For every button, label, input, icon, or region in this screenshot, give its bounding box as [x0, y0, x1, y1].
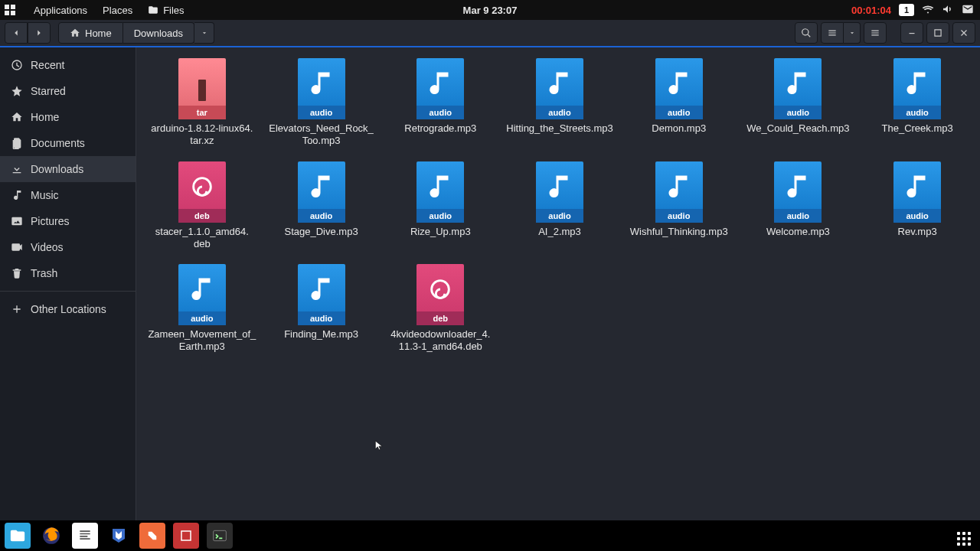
places-menu[interactable]: Places — [103, 5, 132, 16]
file-item[interactable]: audioRev.​mp3 — [858, 158, 977, 251]
sidebar-item-pictures[interactable]: Pictures — [0, 208, 136, 234]
wifi-icon[interactable] — [922, 3, 934, 18]
audio-file-icon: audio — [536, 161, 583, 223]
file-item[interactable]: tararduino-1.​8.​12-linux64.​tar.​xz — [142, 55, 262, 148]
dock-firefox-icon[interactable] — [38, 523, 64, 549]
file-item[interactable]: audioAI_​2.​mp3 — [500, 158, 619, 251]
file-name-label: Retrograde.​mp3 — [404, 122, 476, 135]
mail-icon[interactable] — [962, 3, 974, 18]
workspace-indicator[interactable]: 1 — [899, 4, 914, 16]
location-path: Home Downloads — [58, 22, 214, 44]
file-type-badge: audio — [416, 209, 464, 223]
sidebar-item-home[interactable]: Home — [0, 104, 136, 130]
file-item[interactable]: audioHitting_​the_​Streets.​mp3 — [500, 55, 619, 148]
file-item[interactable]: audioThe_​Creek.​mp3 — [858, 55, 977, 148]
file-item[interactable]: audioDemon.​mp3 — [619, 55, 739, 148]
sidebar-item-documents[interactable]: Documents — [0, 130, 136, 156]
file-grid-area[interactable]: tararduino-1.​8.​12-linux64.​tar.​xzaudi… — [136, 47, 980, 520]
list-view-button[interactable] — [821, 22, 844, 44]
dock-files-icon[interactable] — [5, 523, 31, 549]
file-type-badge: audio — [774, 209, 822, 223]
file-item[interactable]: audioElevators_​Need_​Rock_​Too.​mp3 — [262, 55, 381, 148]
file-type-badge: deb — [416, 311, 464, 325]
audio-file-icon: audio — [774, 161, 822, 223]
sidebar-other-locations-label: Other Locations — [31, 303, 106, 315]
sidebar-item-videos[interactable]: Videos — [0, 234, 136, 260]
music-icon — [11, 189, 23, 201]
volume-icon[interactable] — [942, 3, 954, 18]
activities-icon[interactable] — [5, 5, 15, 15]
file-icon-wrapper: audio — [296, 261, 347, 325]
svg-rect-4 — [214, 530, 227, 540]
file-item[interactable]: audioRize_​Up.​mp3 — [381, 158, 500, 251]
file-manager-toolbar: Home Downloads — [0, 20, 980, 47]
file-name-label: Wishful_​Thinking.​mp3 — [630, 226, 728, 238]
forward-button[interactable] — [28, 22, 51, 44]
deb-file-icon: deb — [416, 264, 464, 325]
path-downloads-label: Downloads — [134, 28, 183, 39]
view-options-dropdown[interactable] — [844, 22, 861, 44]
file-item[interactable]: audioWishful_​Thinking.​mp3 — [619, 158, 739, 251]
clock[interactable]: Mar 9 23:07 — [463, 5, 518, 16]
maximize-button[interactable] — [926, 22, 949, 44]
sidebar-item-downloads[interactable]: Downloads — [0, 156, 136, 182]
back-button[interactable] — [5, 22, 28, 44]
file-type-badge: audio — [893, 106, 941, 119]
sidebar-item-trash[interactable]: Trash — [0, 260, 136, 286]
file-item[interactable]: audioZameen_​Movement_​of_​Earth.​mp3 — [142, 261, 262, 354]
sidebar-item-label: Starred — [31, 85, 66, 97]
file-icon-wrapper: audio — [534, 55, 585, 119]
folder-icon — [148, 5, 158, 15]
sidebar-other-locations[interactable]: Other Locations — [0, 296, 136, 322]
file-icon-wrapper: audio — [415, 55, 466, 119]
file-name-label: 4kvideodownloader_​4.​11.​3-1_​amd64.​de… — [385, 328, 495, 354]
file-item[interactable]: audioWe_​Could_​Reach.​mp3 — [739, 55, 858, 148]
file-icon-wrapper: tar — [177, 55, 227, 119]
close-button[interactable] — [952, 22, 975, 44]
file-icon-wrapper: audio — [773, 158, 823, 223]
file-type-badge: audio — [774, 106, 822, 119]
sidebar-item-starred[interactable]: Starred — [0, 78, 136, 104]
plus-icon — [11, 303, 23, 315]
sidebar-item-music[interactable]: Music — [0, 182, 136, 208]
file-item[interactable]: deb4kvideodownloader_​4.​11.​3-1_​amd64.… — [381, 261, 500, 354]
file-icon-wrapper: audio — [654, 158, 704, 223]
file-item[interactable]: audioWelcome.​mp3 — [739, 158, 858, 251]
applications-menu[interactable]: Applications — [34, 5, 87, 16]
file-icon-wrapper: audio — [892, 158, 942, 223]
dock-metasploit-icon[interactable] — [106, 523, 132, 549]
file-type-badge: tar — [178, 106, 226, 119]
sidebar-item-label: Downloads — [31, 163, 83, 175]
file-type-badge: audio — [178, 311, 226, 325]
file-item[interactable]: audioFinding_​Me.​mp3 — [262, 261, 381, 354]
file-item[interactable]: audioRetrograde.​mp3 — [381, 55, 500, 148]
file-icon-wrapper: audio — [415, 158, 466, 223]
file-name-label: Finding_​Me.​mp3 — [284, 328, 358, 341]
dock-texteditor-icon[interactable] — [72, 523, 98, 549]
files-menu[interactable]: Files — [148, 5, 184, 16]
file-type-badge: audio — [536, 209, 583, 223]
minimize-button[interactable] — [900, 22, 923, 44]
path-dropdown[interactable] — [194, 22, 214, 44]
dock-cherrytree-icon[interactable] — [173, 523, 199, 549]
audio-file-icon: audio — [893, 58, 941, 119]
search-button[interactable] — [795, 22, 818, 44]
svg-rect-3 — [181, 531, 191, 540]
path-home[interactable]: Home — [58, 22, 123, 44]
file-item[interactable]: audioStage_​Dive.​mp3 — [262, 158, 381, 251]
screen-recording-timer[interactable]: 00:01:04 — [851, 5, 891, 16]
sidebar-item-recent[interactable]: Recent — [0, 52, 136, 78]
file-item[interactable]: debstacer_​1.​1.​0_​amd64.​deb — [142, 158, 262, 251]
audio-file-icon: audio — [298, 264, 345, 325]
path-downloads[interactable]: Downloads — [123, 22, 194, 44]
audio-file-icon: audio — [298, 58, 345, 119]
show-applications-icon[interactable] — [957, 526, 971, 546]
file-manager-body: RecentStarredHomeDocumentsDownloadsMusic… — [0, 47, 980, 520]
system-tray: 00:01:04 1 — [851, 3, 974, 18]
audio-file-icon: audio — [298, 161, 345, 223]
sidebar-item-label: Videos — [31, 241, 64, 253]
dock-burpsuite-icon[interactable] — [139, 523, 165, 549]
file-name-label: We_​Could_​Reach.​mp3 — [746, 122, 849, 135]
hamburger-menu-button[interactable] — [864, 22, 887, 44]
dock-terminal-icon[interactable] — [207, 523, 233, 549]
